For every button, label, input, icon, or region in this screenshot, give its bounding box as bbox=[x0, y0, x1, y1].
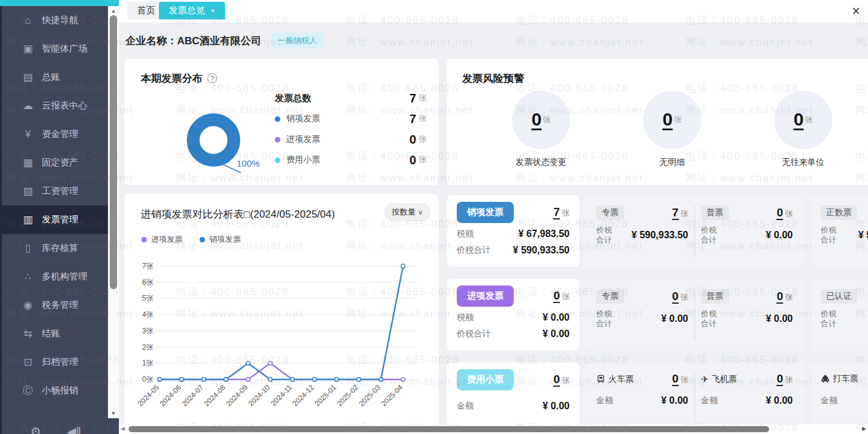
special-invoice-count[interactable]: 0张 bbox=[672, 290, 688, 303]
risk-item-status-change: 0张 发票状态变更 bbox=[493, 91, 590, 168]
scroll-left-icon[interactable]: ◀ bbox=[121, 426, 125, 432]
special-invoice-tag: 专票 bbox=[596, 205, 624, 220]
card-title: 本期发票分布? bbox=[141, 72, 217, 85]
expense-receipt-button[interactable]: 费用小票 bbox=[457, 369, 514, 390]
sidebar-item-fixed-assets[interactable]: ▦固定资产 bbox=[2, 149, 108, 177]
scrollbar-thumb[interactable] bbox=[110, 15, 117, 289]
train-ticket-count[interactable]: 0张 bbox=[672, 373, 688, 386]
general-invoice-panel: 普票0张 价税合计¥ 0.00 bbox=[695, 289, 799, 340]
svg-text:2025-04: 2025-04 bbox=[380, 383, 405, 408]
settings-gear-icon[interactable]: ⚙ bbox=[30, 424, 41, 434]
company-name: ABC酒业有限公司 bbox=[177, 34, 261, 48]
positive-invoice-panel: 正数票 价税合计¥ 59 bbox=[810, 195, 868, 267]
svg-text:2024-09: 2024-09 bbox=[224, 383, 249, 408]
svg-text:2024-06: 2024-06 bbox=[158, 383, 183, 408]
distribution-legend: 发票总数 7张 销项发票 7张 进项发票 0张 bbox=[275, 88, 426, 170]
risk-label: 发票状态变更 bbox=[493, 157, 590, 168]
general-invoice-count[interactable]: 0张 bbox=[776, 207, 793, 219]
sidebar-item-closing[interactable]: ⇆结账 bbox=[2, 319, 108, 348]
sidebar-item-agent-plaza[interactable]: ▣智能体广场 bbox=[2, 35, 108, 63]
sidebar-item-general-ledger[interactable]: ▤总账 bbox=[2, 63, 108, 92]
purple-dot-icon bbox=[141, 237, 147, 242]
purple-dot-icon bbox=[275, 137, 280, 142]
sidebar-item-label: 小畅报销 bbox=[42, 385, 78, 396]
sidebar-scrollbar[interactable]: ▲ ▼ bbox=[108, 6, 119, 418]
scroll-down-icon[interactable]: ▼ bbox=[108, 410, 119, 416]
sidebar-item-funds[interactable]: ¥资金管理 bbox=[2, 120, 108, 149]
sidebar-item-label: 总账 bbox=[42, 72, 60, 83]
svg-text:2025-03: 2025-03 bbox=[357, 383, 382, 408]
audio-mute-icon[interactable]: ◀‖ bbox=[67, 424, 81, 434]
travel-receipt-panel: 火车票 0张 金额¥ 0.00 ✈飞机票 0张 金额¥ 0.00 bbox=[584, 362, 805, 434]
scroll-right-icon[interactable]: ▶ bbox=[862, 426, 866, 432]
by-quantity-dropdown[interactable]: 按数量∨ bbox=[384, 203, 431, 221]
sidebar-item-label: 固定资产 bbox=[42, 157, 78, 169]
sidebar-item-xiaochang-expense[interactable]: Ⓒ小畅报销 bbox=[2, 376, 108, 405]
donut-chart bbox=[187, 113, 240, 167]
chevron-down-icon: ∨ bbox=[418, 209, 423, 216]
sidebar-item-payroll[interactable]: ▧工资管理 bbox=[2, 177, 108, 205]
sidebar-item-invoice[interactable]: ▥发票管理 bbox=[2, 205, 108, 234]
certified-invoice-tag: 已认证 bbox=[821, 289, 857, 304]
risk-count[interactable]: 0 bbox=[531, 110, 542, 131]
chart-legend: 进项发票 销项发票 bbox=[141, 234, 258, 245]
sidebar-item-label: 智能体广场 bbox=[42, 43, 87, 55]
risk-count[interactable]: 0 bbox=[662, 110, 673, 131]
general-invoice-count[interactable]: 0张 bbox=[776, 290, 793, 303]
tab-invoice-overview[interactable]: 发票总览 × bbox=[159, 2, 225, 19]
svg-text:4张: 4张 bbox=[142, 310, 153, 319]
legend-row-purchase: 进项发票 0张 bbox=[275, 129, 426, 150]
svg-text:6张: 6张 bbox=[142, 278, 153, 287]
sidebar-item-label: 发票管理 bbox=[42, 214, 78, 225]
special-invoice-panel: 专票7张 价税合计¥ 590,933.50 bbox=[590, 205, 695, 256]
certified-invoice-panel: 已认证 价税合计 bbox=[810, 279, 868, 350]
sidebar-item-cloud-report[interactable]: ☁云报表中心 bbox=[2, 92, 108, 120]
svg-text:2024-07: 2024-07 bbox=[180, 383, 205, 408]
plane-ticket-count[interactable]: 0张 bbox=[776, 373, 793, 386]
positive-invoice-tag: 正数票 bbox=[821, 205, 857, 220]
funds-icon: ¥ bbox=[21, 129, 35, 141]
special-invoice-count[interactable]: 7张 bbox=[672, 207, 688, 219]
general-invoice-panel: 普票0张 价税合计¥ 0.00 bbox=[695, 205, 799, 256]
sidebar-item-label: 库存核算 bbox=[42, 242, 78, 254]
sales-invoice-button[interactable]: 销项发票 bbox=[457, 202, 514, 223]
home-icon: ⌂ bbox=[21, 15, 35, 27]
legend-purchase-invoice[interactable]: 进项发票 bbox=[141, 234, 183, 245]
horizontal-scrollbar-thumb[interactable] bbox=[129, 426, 769, 432]
purchase-invoice-count[interactable]: 0张 bbox=[553, 290, 570, 302]
legend-sales-invoice[interactable]: 销项发票 bbox=[200, 234, 241, 245]
line-chart: 0张1张2张3张4张5张6张7张2024-052024-062024-07202… bbox=[129, 252, 435, 428]
svg-text:7张: 7张 bbox=[142, 262, 153, 270]
sales-invoice-stat-row: 销项发票 7张 税额¥ 67,983.50 价税合计¥ 590,933.50 专… bbox=[447, 195, 868, 267]
sidebar-item-quick-nav[interactable]: ⌂快捷导航 bbox=[2, 6, 108, 35]
sidebar-top-accent bbox=[0, 0, 119, 6]
svg-text:1张: 1张 bbox=[142, 359, 153, 367]
tab-label: 首页 bbox=[137, 5, 155, 16]
purchase-invoice-stat-row: 进项发票 0张 税额¥ 0.00 价税合计¥ 0.00 专票0张 价税合计¥ 0… bbox=[447, 279, 868, 350]
sales-invoice-count[interactable]: 7张 bbox=[553, 206, 570, 219]
plane-ticket-panel: ✈飞机票 0张 金额¥ 0.00 bbox=[695, 373, 799, 424]
horizontal-scrollbar[interactable]: ◀ ▶ bbox=[119, 424, 868, 434]
risk-item-no-counterparty: 0张 无往来单位 bbox=[755, 91, 852, 168]
sidebar-item-label: 快捷导航 bbox=[42, 15, 78, 26]
sidebar-item-tax[interactable]: ◉税务管理 bbox=[2, 291, 108, 319]
scroll-up-icon[interactable]: ▲ bbox=[108, 8, 119, 14]
expense-receipt-count[interactable]: 0张 bbox=[553, 373, 570, 386]
purchase-invoice-button[interactable]: 进项发票 bbox=[457, 285, 514, 307]
company-header: 企业名称： ABC酒业有限公司 一般纳税人 bbox=[126, 33, 324, 48]
help-icon[interactable]: ? bbox=[207, 73, 217, 83]
sidebar-item-inventory[interactable]: ▯库存核算 bbox=[2, 234, 108, 262]
svg-text:0张: 0张 bbox=[142, 375, 153, 384]
train-icon bbox=[596, 375, 605, 384]
blue-dot-icon bbox=[200, 237, 205, 242]
taxi-icon bbox=[821, 375, 830, 383]
sidebar-item-archive[interactable]: ⊡归档管理 bbox=[2, 348, 108, 376]
general-invoice-tag: 普票 bbox=[701, 205, 729, 220]
multi-org-icon: ∴ bbox=[21, 270, 35, 283]
tab-close-icon[interactable]: × bbox=[210, 6, 215, 15]
inventory-icon: ▯ bbox=[21, 242, 35, 255]
taxpayer-badge: 一般纳税人 bbox=[271, 33, 324, 48]
risk-count[interactable]: 0 bbox=[793, 110, 804, 131]
sidebar-item-multi-org[interactable]: ∴多机构管理 bbox=[2, 262, 108, 291]
window-close-icon[interactable]: × bbox=[852, 1, 860, 21]
